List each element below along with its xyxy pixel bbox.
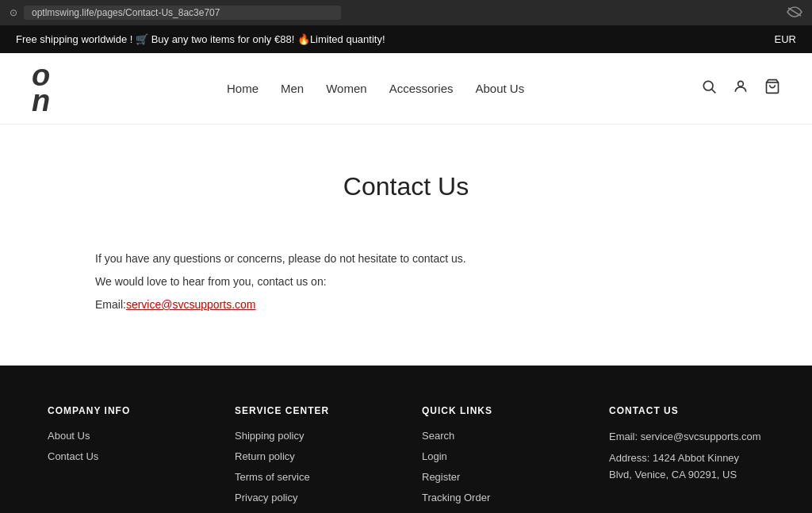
site-header: o n Home Men Women Accessories About Us: [0, 53, 812, 124]
main-nav: Home Men Women Accessories About Us: [227, 82, 524, 95]
cart-icon[interactable]: [764, 78, 780, 98]
footer-register[interactable]: Register: [422, 471, 460, 483]
nav-accessories[interactable]: Accessories: [389, 82, 454, 95]
page-title: Contact Us: [95, 172, 717, 201]
site-footer: COMPANY INFO About Us Contact Us SERVICE…: [0, 366, 812, 513]
header-icons: [701, 78, 780, 98]
svg-point-2: [738, 81, 744, 86]
nav-about-us[interactable]: About Us: [476, 82, 525, 95]
footer-terms[interactable]: Terms of service: [235, 471, 310, 483]
footer-quick-heading: QUICK LINKS: [422, 405, 577, 416]
main-content: Contact Us If you have any questions or …: [0, 124, 812, 366]
header-currency[interactable]: EUR: [775, 33, 796, 45]
nav-men[interactable]: Men: [281, 82, 304, 95]
footer-login[interactable]: Login: [422, 450, 447, 462]
browser-favicon: ⊙: [10, 7, 17, 18]
footer-contact-col: CONTACT US Email: service@svcsupports.co…: [609, 405, 764, 511]
announcement-bar: Free shipping worldwide ! 🛒 Buy any two …: [0, 25, 812, 53]
footer-quick-list: Search Login Register Tracking Order: [422, 429, 577, 503]
footer-company-info: COMPANY INFO About Us Contact Us: [48, 405, 203, 511]
footer-privacy[interactable]: Privacy policy: [235, 492, 297, 503]
announcement-text: Free shipping worldwide ! 🛒 Buy any two …: [16, 33, 385, 45]
footer-return[interactable]: Return policy: [235, 450, 295, 462]
nav-women[interactable]: Women: [326, 82, 366, 95]
contact-email-line: Email:service@svcsupports.com: [95, 295, 492, 315]
footer-about-us[interactable]: About Us: [48, 430, 90, 442]
account-icon[interactable]: [733, 78, 749, 98]
footer-contact-heading: CONTACT US: [609, 405, 764, 416]
browser-url[interactable]: optlmswing.life/pages/Contact-Us_8ac3e70…: [24, 6, 341, 20]
site-logo[interactable]: o n: [32, 63, 50, 114]
footer-shipping[interactable]: Shipping policy: [235, 430, 304, 442]
search-icon[interactable]: [701, 78, 717, 98]
email-label: Email:: [95, 298, 126, 311]
footer-tracking[interactable]: Tracking Order: [422, 492, 490, 503]
footer-service-center: SERVICE CENTER Shipping policy Return po…: [235, 405, 390, 511]
footer-service-heading: SERVICE CENTER: [235, 405, 390, 416]
svg-point-0: [703, 81, 713, 90]
svg-line-1: [712, 90, 716, 94]
contact-line1: If you have any questions or concerns, p…: [95, 249, 492, 269]
browser-eye-icon: [787, 6, 802, 20]
footer-quick-links: QUICK LINKS Search Login Register Tracki…: [422, 405, 577, 511]
contact-body: If you have any questions or concerns, p…: [95, 249, 492, 316]
email-link[interactable]: service@svcsupports.com: [126, 298, 256, 311]
footer-company-heading: COMPANY INFO: [48, 405, 203, 416]
footer-contact-email: Email: service@svcsupports.com: [609, 429, 764, 446]
footer-search[interactable]: Search: [422, 430, 454, 442]
footer-grid: COMPANY INFO About Us Contact Us SERVICE…: [48, 405, 764, 511]
nav-home[interactable]: Home: [227, 82, 259, 95]
footer-contact-us[interactable]: Contact Us: [48, 450, 98, 462]
footer-company-links: About Us Contact Us: [48, 429, 203, 462]
browser-bar: ⊙ optlmswing.life/pages/Contact-Us_8ac3e…: [0, 0, 812, 25]
footer-service-links: Shipping policy Return policy Terms of s…: [235, 429, 390, 503]
contact-line2: We would love to hear from you, contact …: [95, 272, 492, 292]
footer-contact-address: Address: 1424 Abbot Kinney Blvd, Venice,…: [609, 450, 764, 484]
